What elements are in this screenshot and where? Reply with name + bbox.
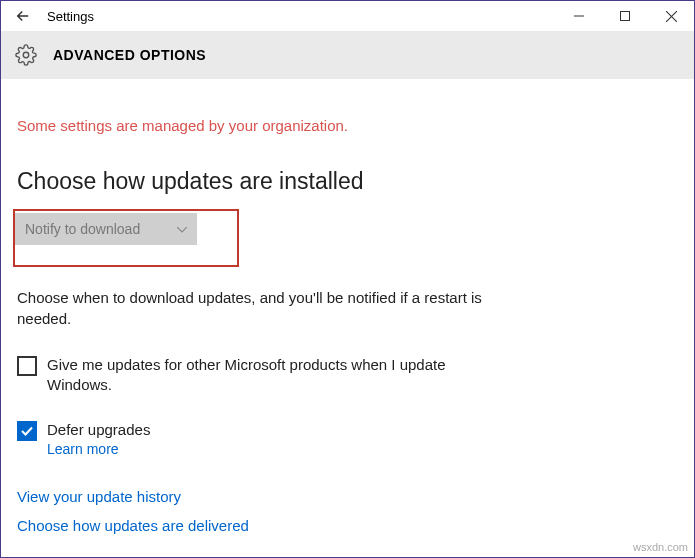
window-controls <box>556 1 694 31</box>
svg-rect-1 <box>621 12 630 21</box>
minimize-button[interactable] <box>556 1 602 31</box>
install-mode-dropdown[interactable]: Notify to download <box>15 213 197 245</box>
other-products-label: Give me updates for other Microsoft prod… <box>47 355 497 396</box>
page-title: ADVANCED OPTIONS <box>53 47 206 63</box>
update-history-link[interactable]: View your update history <box>17 483 678 512</box>
window-title: Settings <box>47 9 94 24</box>
back-arrow-icon <box>14 7 32 25</box>
dropdown-highlight: Notify to download <box>13 209 239 267</box>
gear-icon <box>15 44 37 66</box>
section-description: Choose when to download updates, and you… <box>17 287 487 329</box>
dropdown-value: Notify to download <box>25 221 140 237</box>
section-heading: Choose how updates are installed <box>17 168 678 195</box>
header-band: ADVANCED OPTIONS <box>1 31 694 79</box>
update-delivery-link[interactable]: Choose how updates are delivered <box>17 512 678 541</box>
defer-learn-more-link[interactable]: Learn more <box>47 440 150 460</box>
maximize-button[interactable] <box>602 1 648 31</box>
close-icon <box>666 11 677 22</box>
close-button[interactable] <box>648 1 694 31</box>
svg-point-4 <box>23 52 29 58</box>
titlebar: Settings <box>1 1 694 31</box>
checkmark-icon <box>20 424 34 438</box>
back-button[interactable] <box>11 4 35 28</box>
defer-upgrades-checkbox[interactable] <box>17 421 37 441</box>
defer-upgrades-label: Defer upgrades <box>47 420 150 440</box>
maximize-icon <box>620 11 630 21</box>
other-products-row: Give me updates for other Microsoft prod… <box>17 355 497 396</box>
settings-window: Settings ADVANCED OPTIONS Some settings … <box>0 0 695 558</box>
chevron-down-icon <box>177 222 187 236</box>
org-notice: Some settings are managed by your organi… <box>17 117 678 134</box>
watermark: wsxdn.com <box>633 541 688 553</box>
defer-label-group: Defer upgrades Learn more <box>47 420 150 460</box>
defer-upgrades-row: Defer upgrades Learn more <box>17 420 497 460</box>
content-area: Some settings are managed by your organi… <box>1 79 694 557</box>
minimize-icon <box>574 11 584 21</box>
other-products-checkbox[interactable] <box>17 356 37 376</box>
